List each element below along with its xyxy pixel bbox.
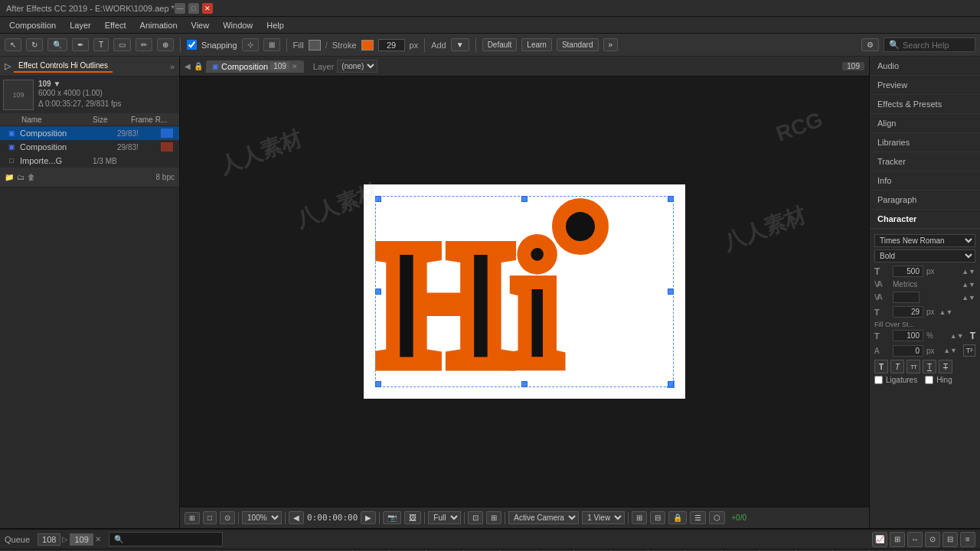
handle-mt[interactable] [521, 196, 528, 202]
rp-tracker[interactable]: Tracker [870, 152, 980, 171]
settings-icon[interactable]: ⚙ [861, 38, 879, 51]
tl-settings[interactable]: ≡ [960, 532, 975, 547]
tl-render-queue[interactable]: ⊞ [890, 532, 905, 547]
quality-select[interactable]: Full [428, 511, 461, 524]
project-row-comp1[interactable]: ▣ Composition 29/83! [0, 126, 179, 140]
handle-tr[interactable] [668, 196, 674, 202]
menu-animation[interactable]: Animation [134, 19, 184, 31]
ligatures-checkbox[interactable] [874, 376, 883, 384]
add-button[interactable]: ▼ [451, 38, 469, 51]
panel-delete[interactable]: 🗑 [28, 173, 35, 181]
region-btn[interactable]: ⊡ [468, 511, 483, 524]
frame-advance-fwd[interactable]: ▶ [361, 511, 376, 524]
tracking-input[interactable] [893, 292, 920, 303]
snapping-options[interactable]: ⊹ [242, 38, 259, 51]
stroke-width-input[interactable] [378, 39, 405, 51]
prop-btn[interactable]: ☰ [690, 511, 706, 524]
viewport-rect-btn[interactable]: □ [203, 511, 217, 524]
menu-effect[interactable]: Effect [99, 19, 132, 31]
handle-bl[interactable] [375, 381, 381, 387]
menu-help[interactable]: Help [260, 19, 290, 31]
snapping-checkbox[interactable] [187, 40, 197, 50]
frame-advance-back[interactable]: ◀ [289, 511, 304, 524]
style-T1[interactable]: T [874, 360, 888, 373]
menu-composition[interactable]: Composition [3, 19, 62, 31]
tl-time-view[interactable]: ⊟ [942, 532, 958, 547]
stroke-color-swatch[interactable] [361, 40, 374, 51]
mask-btn[interactable]: ⬡ [709, 511, 725, 524]
project-row-import[interactable]: □ Importe...G 1/3 MB [0, 154, 179, 168]
style-TT[interactable]: TT [906, 360, 920, 373]
views-select[interactable]: 1 View [582, 511, 625, 524]
fill-color-swatch[interactable] [309, 40, 321, 51]
comp-tab-active[interactable]: ▣ Composition 109 ✕ [206, 60, 304, 73]
style-T4[interactable]: T [939, 360, 952, 373]
rp-paragraph[interactable]: Paragraph [870, 191, 980, 210]
font-size-input[interactable] [893, 266, 923, 277]
shape-tool[interactable]: ▭ [113, 38, 131, 51]
select-tool[interactable]: ↖ [5, 38, 21, 51]
zoom-tool[interactable]: 🔍 [47, 38, 67, 51]
brush-tool[interactable]: ✏ [136, 38, 152, 51]
puppet-tool[interactable]: ⊕ [157, 38, 174, 51]
comp-header-arrow[interactable]: ◀ [185, 62, 191, 70]
panel-new-item[interactable]: 📁 [5, 173, 14, 181]
tl-comp-close[interactable]: ✕ [95, 535, 101, 543]
close-button[interactable]: ✕ [202, 3, 213, 14]
pen-tool[interactable]: ✒ [72, 38, 89, 51]
menu-view[interactable]: View [185, 19, 216, 31]
project-row-comp2[interactable]: ▣ Composition 29/83! [0, 140, 179, 154]
rp-preview[interactable]: Preview [870, 76, 980, 95]
handle-br[interactable] [668, 381, 674, 387]
show-snapshot-btn[interactable]: 🖼 [404, 511, 421, 524]
grid-btn[interactable]: ⊞ [632, 511, 647, 524]
camera-select[interactable]: Active Camera [508, 511, 579, 524]
snapping-extra[interactable]: ⊞ [263, 38, 280, 51]
layer-select[interactable]: (none) [337, 60, 377, 73]
handle-tl[interactable] [375, 196, 381, 202]
comp-tab-close[interactable]: ✕ [292, 63, 298, 70]
font-family-select[interactable]: Times New Roman [874, 234, 975, 247]
rp-align[interactable]: Align [870, 114, 980, 133]
panel-folder[interactable]: 🗂 [17, 173, 24, 181]
learn-button[interactable]: Learn [521, 38, 552, 51]
font-style-select[interactable]: Bold [874, 249, 975, 262]
menu-window[interactable]: Window [217, 19, 259, 31]
viewport-3d-btn[interactable]: ⊙ [220, 511, 235, 524]
scale-input[interactable] [893, 330, 923, 341]
hing-checkbox[interactable] [925, 376, 933, 384]
tl-graph-editor[interactable]: 📈 [872, 532, 887, 547]
tl-toggle-expand[interactable]: ↔ [907, 532, 923, 547]
zoom-select[interactable]: 100% [242, 511, 282, 524]
rotation-tool[interactable]: ↻ [26, 38, 43, 51]
timeline-search-input[interactable] [126, 533, 217, 545]
default-button[interactable]: Default [482, 38, 518, 51]
snapshot-btn[interactable]: 📷 [383, 511, 401, 524]
tl-comp-num1[interactable]: 108 [38, 533, 60, 546]
transparency-btn[interactable]: ⊞ [486, 511, 501, 524]
panel-tab-effect-controls[interactable]: Effect Controls Hi Outlines [14, 60, 113, 73]
minimize-button[interactable]: — [175, 3, 185, 14]
superscript-btn[interactable]: T² [963, 344, 975, 357]
handle-mb[interactable] [521, 381, 528, 387]
rulers-btn[interactable]: ⊟ [650, 511, 665, 524]
rp-audio[interactable]: Audio [870, 57, 980, 76]
rp-effects-presets[interactable]: Effects & Presets [870, 95, 980, 114]
viewport-mode-btn[interactable]: ⊞ [185, 512, 200, 524]
search-help-input[interactable] [903, 41, 964, 50]
text-tool[interactable]: T [93, 38, 109, 51]
style-T2[interactable]: T [890, 360, 904, 373]
panel-menu[interactable]: » [170, 62, 175, 71]
standard-button[interactable]: Standard [557, 38, 599, 51]
stroke-size-input[interactable] [893, 306, 923, 318]
extend-toolbar[interactable]: » [603, 38, 619, 51]
rp-libraries[interactable]: Libraries [870, 133, 980, 152]
rp-info[interactable]: Info [870, 171, 980, 191]
effect-controls-tab[interactable]: ▷ [5, 61, 11, 71]
rp-character[interactable]: Character [870, 210, 980, 229]
baseline-input[interactable] [893, 345, 923, 357]
style-T3[interactable]: T [923, 360, 936, 373]
lock-btn[interactable]: 🔒 [668, 511, 687, 524]
handle-ml[interactable] [375, 289, 381, 295]
menu-layer[interactable]: Layer [64, 19, 97, 31]
